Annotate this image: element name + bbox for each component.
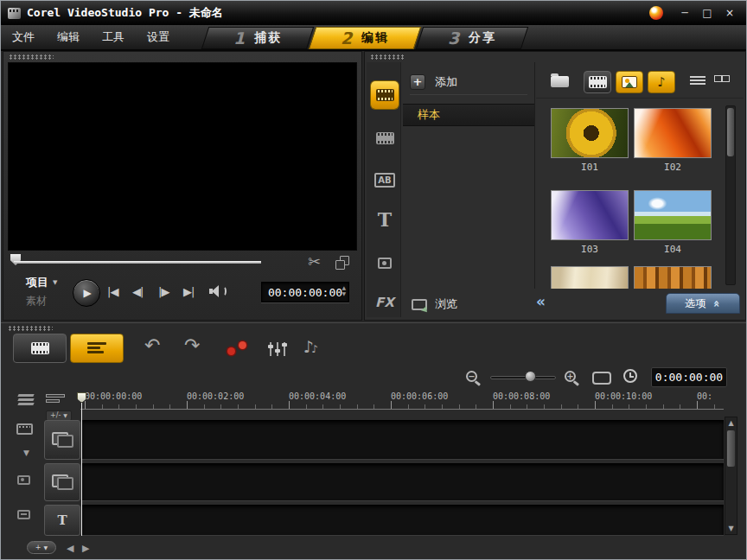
filter-audio-button[interactable]: ♪ <box>648 71 675 93</box>
thumbnail-orange-abstract[interactable] <box>634 108 712 158</box>
title-track-header[interactable]: T <box>44 505 80 536</box>
storyboard-icon <box>31 342 49 354</box>
mode-dropdown-icon[interactable]: ▼ <box>53 279 57 286</box>
plus-icon[interactable]: + <box>410 74 425 90</box>
gallery-item[interactable]: I04 <box>632 190 713 255</box>
filter-photos-button[interactable] <box>616 71 643 93</box>
thumbnail-book[interactable] <box>551 266 629 289</box>
thumbnail-purple-abstract[interactable] <box>551 190 629 240</box>
title-track-row[interactable] <box>82 505 724 536</box>
track-visibility-icon[interactable] <box>16 423 33 435</box>
gallery-scrollbar[interactable] <box>725 105 736 285</box>
play-button[interactable]: ▶ <box>73 279 100 307</box>
panel-grip[interactable] <box>370 54 405 60</box>
gallery-item[interactable]: I01 <box>549 108 630 173</box>
zoom-out-button[interactable]: − <box>466 371 477 382</box>
fit-project-in-window-button[interactable] <box>592 372 611 385</box>
chapter-point-button[interactable]: + ▼ <box>27 541 56 554</box>
storyboard-view-button[interactable] <box>13 334 67 363</box>
step-share[interactable]: 3 分享 <box>416 27 528 49</box>
overlay-track-toggle-icon[interactable] <box>17 475 30 485</box>
thumbnail-sunflower[interactable] <box>551 108 629 158</box>
timeline-ruler[interactable]: 00:00:00:00 00:00:02:00 00:00:04:00 00:0… <box>80 391 724 410</box>
category-transition-button[interactable] <box>371 124 399 152</box>
video-track-header[interactable] <box>44 420 80 460</box>
go-to-end-button[interactable]: ▶| <box>183 285 194 298</box>
timeline-scroll-right-button[interactable]: ▶ <box>82 544 89 553</box>
timeline-view-button[interactable] <box>70 334 124 363</box>
category-graphic-button[interactable] <box>371 249 399 277</box>
minimize-button[interactable]: ─ <box>674 4 696 22</box>
previous-frame-button[interactable]: ◀| <box>132 285 143 298</box>
step-edit[interactable]: 2 编辑 <box>309 27 421 49</box>
add-label[interactable]: 添加 <box>435 74 457 90</box>
menu-file[interactable]: 文件 <box>1 24 46 50</box>
sound-mixer-icon[interactable] <box>267 340 288 356</box>
zoom-in-button[interactable]: + <box>565 371 576 382</box>
menu-edit[interactable]: 编辑 <box>46 24 91 50</box>
step-capture[interactable]: 1 捕获 <box>201 27 314 49</box>
options-button[interactable]: 选项 « <box>666 293 740 314</box>
panel-grip[interactable] <box>9 54 54 60</box>
spinner-down-icon[interactable]: ▼ <box>342 291 346 296</box>
close-button[interactable]: × <box>718 4 741 22</box>
playback-mode-switch[interactable]: 项目 ▼ 素材 <box>26 275 57 309</box>
list-view-button[interactable] <box>690 74 706 88</box>
scroll-up-icon[interactable]: ▲ <box>725 419 737 427</box>
menu-settings[interactable]: 设置 <box>136 24 181 50</box>
project-duration-clock-icon[interactable] <box>623 369 637 383</box>
overlay-track-row[interactable] <box>82 463 724 501</box>
menu-tools[interactable]: 工具 <box>91 24 136 50</box>
scroll-down-icon[interactable]: ▼ <box>725 525 737 532</box>
video-track-row[interactable] <box>82 420 724 460</box>
gallery-item[interactable] <box>632 266 713 289</box>
seek-bar[interactable] <box>14 261 261 264</box>
overlay-track-header[interactable] <box>44 463 80 501</box>
timeline-vertical-scrollbar[interactable]: ▲ ▼ <box>725 417 737 535</box>
enlarge-preview-icon[interactable] <box>335 256 349 270</box>
title-track-toggle-icon[interactable] <box>17 510 30 519</box>
zoom-slider-thumb[interactable] <box>525 371 536 382</box>
show-all-tracks-icon[interactable] <box>46 394 65 407</box>
library-folder-sample[interactable]: 样本 <box>403 104 534 126</box>
next-frame-button[interactable]: |▶ <box>158 285 169 298</box>
timeline-scroll-left-button[interactable]: ◀ <box>67 544 73 553</box>
go-to-start-button[interactable]: |◀ <box>107 285 118 298</box>
auto-music-icon[interactable]: ♪♪ <box>303 337 318 356</box>
add-folder-row[interactable]: + 添加 <box>410 69 527 95</box>
timecode-spinner[interactable]: ▲ ▼ <box>342 285 346 296</box>
grid-view-button[interactable] <box>714 74 730 88</box>
category-media-button[interactable] <box>371 81 399 109</box>
category-filter-button[interactable]: FX <box>371 289 399 316</box>
timeline-view-icon <box>87 342 106 354</box>
track-manager-icon[interactable] <box>18 394 35 407</box>
mode-project-label[interactable]: 项目 <box>26 275 48 290</box>
undo-button[interactable]: ↶ <box>144 336 160 355</box>
timeline-timecode-field[interactable]: 0:00:00:00 <box>651 367 727 387</box>
category-title-button[interactable]: T <box>371 206 399 233</box>
volume-button[interactable] <box>209 285 227 297</box>
filter-videos-button[interactable] <box>584 71 611 93</box>
import-folder-icon[interactable] <box>551 76 569 87</box>
preview-timecode-field[interactable]: 00:00:00:00 ▲ ▼ <box>261 282 349 302</box>
thumbnail-shelf[interactable] <box>634 266 712 289</box>
gallery-scrollbar-thumb[interactable] <box>727 108 734 156</box>
gallery-item[interactable]: I03 <box>549 190 630 255</box>
mode-clip-label[interactable]: 素材 <box>26 294 57 309</box>
redo-button[interactable]: ↷ <box>184 336 200 355</box>
browse-icon <box>412 299 427 310</box>
collapse-tracks-chevron-icon[interactable]: ▼ <box>23 449 29 457</box>
gallery-item[interactable] <box>549 266 630 289</box>
browse-button[interactable]: 浏览 <box>412 296 457 312</box>
zoom-slider[interactable] <box>490 376 556 379</box>
collapse-panel-button[interactable]: « <box>536 293 546 310</box>
category-graphic-ab-button[interactable]: AB <box>371 166 399 194</box>
scrollbar-thumb[interactable] <box>727 430 735 467</box>
gallery-item[interactable]: I02 <box>632 108 713 173</box>
panel-grip[interactable] <box>8 326 53 331</box>
thumbnail-landscape[interactable] <box>634 190 712 240</box>
record-capture-options-icon[interactable] <box>226 340 252 359</box>
split-clip-scissors-icon[interactable]: ✂ <box>308 252 321 270</box>
maximize-button[interactable]: □ <box>696 4 718 22</box>
seek-playhead-marker[interactable] <box>10 254 21 265</box>
